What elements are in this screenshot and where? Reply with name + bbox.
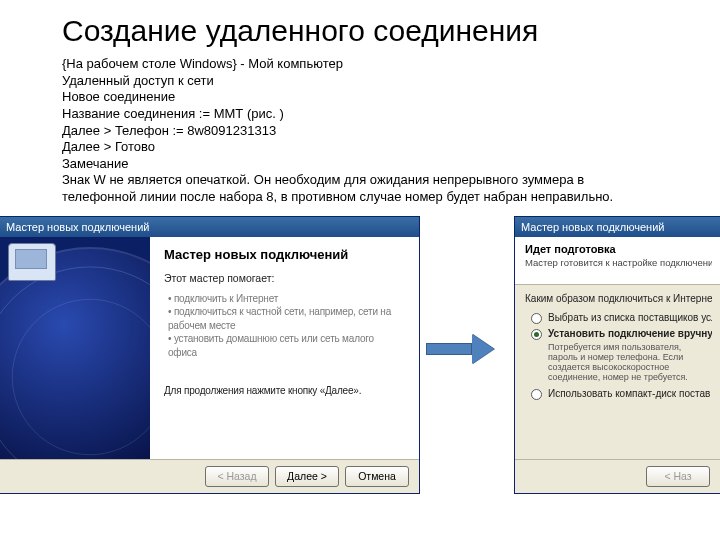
radio-description: Потребуется имя пользователя, пароль и н…	[548, 342, 712, 382]
wizard-subheading: Идет подготовка	[525, 243, 712, 255]
wizard-window-intro: Мастер новых подключений Мастер новых по…	[0, 216, 420, 494]
arrow-right-icon	[426, 334, 496, 364]
wizard-window-options: Мастер новых подключений Идет подготовка…	[514, 216, 720, 494]
radio-label: Установить подключение вручную	[548, 328, 712, 339]
page-title: Создание удаленного соединения	[62, 14, 720, 48]
wizard-question: Каким образом подключиться к Интернету?	[525, 293, 712, 304]
device-icon	[8, 243, 56, 281]
titlebar: Мастер новых подключений	[515, 217, 720, 237]
radio-option-provider-list[interactable]: Выбрать из списка поставщиков усл	[531, 312, 712, 324]
back-button[interactable]: < Наз	[646, 466, 710, 487]
radio-label: Выбрать из списка поставщиков усл	[548, 312, 712, 323]
radio-option-cd[interactable]: Использовать компакт-диск постав	[531, 388, 712, 400]
wizard-subtext: Мастер готовится к настройке подключения…	[525, 257, 712, 268]
wizard-sidebar-art	[0, 237, 150, 459]
wizard-hint: Для продолжения нажмите кнопку «Далее».	[164, 385, 405, 396]
radio-option-manual[interactable]: Установить подключение вручную	[531, 328, 712, 340]
wizard-bullets: подключить к Интернет подключиться к час…	[164, 292, 405, 360]
radio-icon	[531, 313, 542, 324]
back-button[interactable]: < Назад	[205, 466, 269, 487]
button-bar: < Наз	[515, 459, 720, 493]
wizard-lead: Этот мастер помогает:	[164, 272, 405, 284]
titlebar: Мастер новых подключений	[0, 217, 419, 237]
cancel-button[interactable]: Отмена	[345, 466, 409, 487]
radio-label: Использовать компакт-диск постав	[548, 388, 710, 399]
button-bar: < Назад Далее > Отмена	[0, 459, 419, 493]
radio-icon	[531, 389, 542, 400]
next-button[interactable]: Далее >	[275, 466, 339, 487]
instruction-text: {На рабочем столе Windows} - Мой компьют…	[62, 56, 658, 206]
radio-icon	[531, 329, 542, 340]
wizard-heading: Мастер новых подключений	[164, 247, 405, 262]
